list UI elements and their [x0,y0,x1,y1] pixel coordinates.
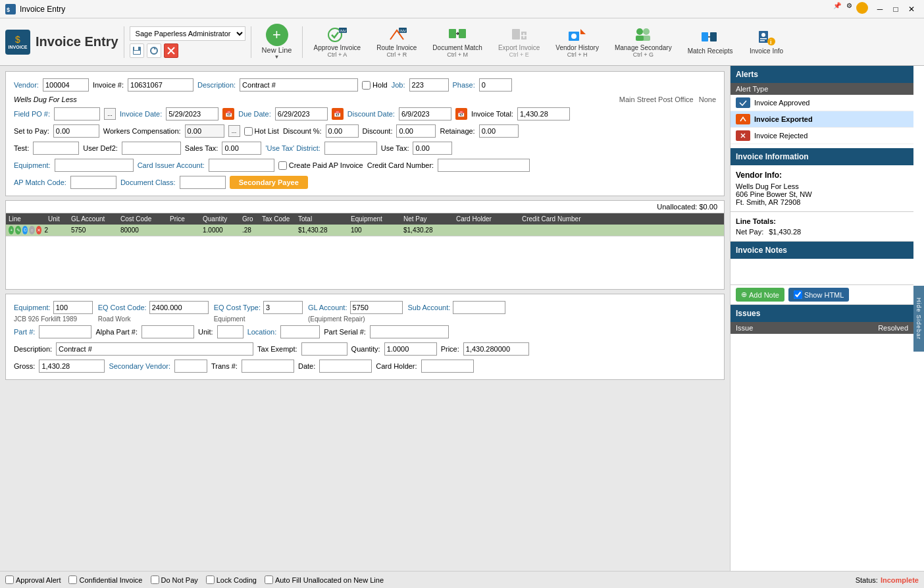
auto-fill-checkbox[interactable] [265,575,273,584]
trans-num-input[interactable] [242,360,294,373]
field-po-input[interactable] [54,107,100,120]
invoice-date-input[interactable] [166,107,218,120]
alpha-part-input[interactable] [141,325,194,338]
detail-subacct-input[interactable] [453,301,505,314]
hot-list-checkbox[interactable] [244,127,253,136]
table-row[interactable]: + ✎ © ○ ✕ 2 5750 80000 1.0000 .28 $1,430… [6,225,724,236]
confidential-invoice-checkbox[interactable] [68,575,77,584]
secondary-vendor-input[interactable] [174,360,207,373]
due-date-calendar-icon[interactable]: 📅 [332,108,344,120]
use-tax-dist-input[interactable] [324,142,377,155]
match-receipts-button[interactable]: Match Receipts [682,26,738,57]
part-num-input[interactable] [39,325,91,338]
ap-match-code-label[interactable]: AP Match Code: [14,178,66,186]
create-paid-checkbox[interactable] [278,161,287,170]
job-label[interactable]: Job: [392,81,405,89]
route-invoice-button[interactable]: INV Route Invoice Ctrl + R [371,23,422,61]
row-edit-icon[interactable]: ✎ [15,226,20,234]
detail-cardholder-input[interactable] [421,360,474,373]
delete-button[interactable] [164,43,178,58]
alert-item-rejected[interactable]: Invoice Rejected [731,128,913,144]
detail-subacct-label[interactable]: Sub Account: [408,304,451,311]
vendor-label[interactable]: Vendor: [14,81,39,89]
due-date-input[interactable] [275,107,328,120]
discount-pct-input[interactable] [326,124,359,138]
detail-price-input[interactable] [463,342,529,356]
card-issuer-label[interactable]: Card Issuer Account: [138,161,205,169]
equipment-input-top[interactable] [55,159,134,172]
save-button[interactable] [130,43,144,58]
orange-indicator[interactable] [856,2,868,14]
location-input[interactable] [280,325,320,338]
use-tax-dist-label[interactable]: 'Use Tax' District: [265,144,320,152]
refresh-button[interactable] [147,43,161,58]
hide-sidebar-button[interactable]: Hide Sidebar [913,285,924,351]
equipment-label-top[interactable]: Equipment: [14,161,51,169]
card-issuer-input[interactable] [209,159,274,172]
alert-item-approved[interactable]: Invoice Approved [731,95,913,111]
detail-equipment-label[interactable]: Equipment: [14,304,51,311]
due-date-label[interactable]: Due Date: [238,110,271,118]
document-class-label[interactable]: Document Class: [120,178,176,186]
sales-tax-input[interactable] [222,142,261,155]
description-label[interactable]: Description: [197,81,236,89]
manage-secondary-button[interactable]: Manage Secondary Ctrl + G [609,23,677,61]
test-input[interactable] [33,142,79,155]
approve-invoice-button[interactable]: INV Approve Invoice Ctrl + A [308,23,366,61]
field-po-label[interactable]: Field PO #: [14,110,50,118]
document-class-input[interactable] [180,176,226,189]
detail-gl-input[interactable] [350,301,403,314]
lock-coding-checkbox[interactable] [206,575,215,584]
user-dropdown[interactable]: Sage Paperless Administrator [130,26,245,41]
phase-label[interactable]: Phase: [453,81,475,89]
detail-eq-type-label[interactable]: EQ Cost Type: [214,304,261,311]
detail-equipment-input[interactable] [53,301,93,314]
alert-item-exported[interactable]: Invoice Exported [731,111,913,128]
invoice-info-button[interactable]: i Invoice Info [744,26,790,57]
export-invoice-button[interactable]: Export Invoice Ctrl + E [493,23,545,61]
detail-unit-input[interactable] [217,325,244,338]
invoice-num-input[interactable] [128,78,193,92]
workers-comp-lookup-button[interactable]: ... [228,125,240,137]
discount-date-input[interactable] [399,107,451,120]
new-line-button[interactable]: + New Line ▼ [257,21,297,63]
detail-date-input[interactable] [319,360,372,373]
ap-match-code-input[interactable] [70,176,116,189]
part-num-label[interactable]: Part #: [14,328,35,336]
show-html-button[interactable]: Show HTML [788,288,850,302]
row-copy-icon[interactable]: © [22,226,28,234]
do-not-pay-checkbox[interactable] [151,575,159,584]
detail-eq-cost-label[interactable]: EQ Cost Code: [98,304,147,311]
description-input[interactable] [240,78,358,92]
field-po-lookup-button[interactable]: ... [104,108,116,120]
document-match-button[interactable]: Document Match Ctrl + M [427,23,488,61]
approval-alert-checkbox[interactable] [5,575,14,584]
credit-card-num-input[interactable] [438,159,530,172]
part-serial-input[interactable] [370,325,449,338]
secondary-vendor-label[interactable]: Secondary Vendor: [109,362,170,370]
invoice-total-input[interactable] [517,107,570,120]
maximize-button[interactable]: □ [888,2,903,16]
phase-input[interactable] [479,78,512,92]
job-input[interactable] [409,78,449,92]
detail-eq-cost-input[interactable] [149,301,209,314]
vendor-history-button[interactable]: Vendor History Ctrl + H [550,23,604,61]
invoice-date-calendar-icon[interactable]: 📅 [222,108,234,120]
user-def2-input[interactable] [122,142,181,155]
detail-gl-label[interactable]: GL Account: [308,304,347,311]
row-blank1-icon[interactable]: ○ [29,226,34,234]
detail-tax-exempt-input[interactable] [301,342,347,356]
discount-date-calendar-icon[interactable]: 📅 [455,108,467,120]
detail-eq-type-input[interactable] [263,301,303,314]
row-add-icon[interactable]: + [9,226,14,234]
row-delete-icon[interactable]: ✕ [36,226,41,234]
detail-quantity-input[interactable] [384,342,437,356]
vendor-input[interactable] [43,78,89,92]
minimize-button[interactable]: ─ [873,2,887,16]
set-to-pay-input[interactable] [53,124,99,138]
workers-comp-input[interactable] [185,124,224,138]
secondary-payee-button[interactable]: Secondary Payee [230,176,308,189]
show-html-checkbox[interactable] [794,290,802,299]
add-note-button[interactable]: ⊕ Add Note [736,288,784,302]
discount-input[interactable] [396,124,436,138]
